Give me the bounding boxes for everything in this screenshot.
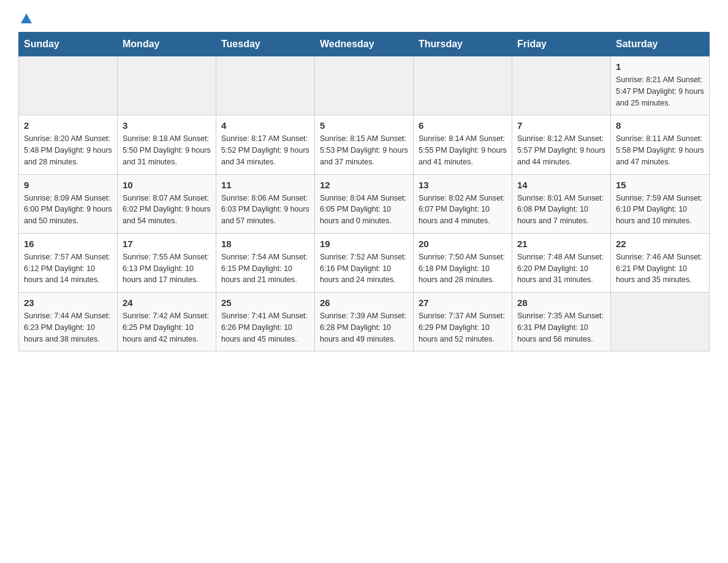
calendar-cell: 2Sunrise: 8:20 AM Sunset: 5:48 PM Daylig… <box>19 115 118 174</box>
calendar-cell <box>19 56 118 115</box>
day-number: 8 <box>616 120 704 131</box>
calendar-week-row: 16Sunrise: 7:57 AM Sunset: 6:12 PM Dayli… <box>19 233 710 292</box>
day-info: Sunrise: 8:06 AM Sunset: 6:03 PM Dayligh… <box>221 193 309 227</box>
calendar-cell: 15Sunrise: 7:59 AM Sunset: 6:10 PM Dayli… <box>611 174 710 233</box>
svg-marker-0 <box>21 13 32 23</box>
day-info: Sunrise: 7:57 AM Sunset: 6:12 PM Dayligh… <box>24 251 112 286</box>
day-number: 23 <box>24 297 112 308</box>
calendar-cell: 21Sunrise: 7:48 AM Sunset: 6:20 PM Dayli… <box>512 233 611 292</box>
day-info: Sunrise: 8:15 AM Sunset: 5:53 PM Dayligh… <box>320 133 408 167</box>
calendar-cell <box>118 56 216 115</box>
day-info: Sunrise: 7:55 AM Sunset: 6:13 PM Dayligh… <box>123 251 211 286</box>
day-header-tuesday: Tuesday <box>216 33 315 56</box>
logo-triangle-icon <box>20 12 33 26</box>
calendar-cell: 14Sunrise: 8:01 AM Sunset: 6:08 PM Dayli… <box>512 174 611 233</box>
calendar-cell: 1Sunrise: 8:21 AM Sunset: 5:47 PM Daylig… <box>611 56 710 115</box>
calendar-cell <box>315 56 414 115</box>
calendar-cell: 19Sunrise: 7:52 AM Sunset: 6:16 PM Dayli… <box>315 233 414 292</box>
day-number: 15 <box>616 180 704 190</box>
day-number: 25 <box>221 297 309 308</box>
day-number: 21 <box>517 239 605 249</box>
day-header-thursday: Thursday <box>414 33 512 56</box>
day-info: Sunrise: 7:39 AM Sunset: 6:28 PM Dayligh… <box>320 310 408 345</box>
logo <box>18 12 33 26</box>
day-info: Sunrise: 8:01 AM Sunset: 6:08 PM Dayligh… <box>517 193 605 227</box>
calendar-table: SundayMondayTuesdayWednesdayThursdayFrid… <box>18 32 710 351</box>
day-info: Sunrise: 8:07 AM Sunset: 6:02 PM Dayligh… <box>123 193 211 227</box>
day-info: Sunrise: 7:35 AM Sunset: 6:31 PM Dayligh… <box>517 310 605 345</box>
day-header-wednesday: Wednesday <box>315 33 414 56</box>
day-info: Sunrise: 7:59 AM Sunset: 6:10 PM Dayligh… <box>616 193 704 227</box>
calendar-header: SundayMondayTuesdayWednesdayThursdayFrid… <box>19 33 710 56</box>
calendar-week-row: 2Sunrise: 8:20 AM Sunset: 5:48 PM Daylig… <box>19 115 710 174</box>
day-info: Sunrise: 7:52 AM Sunset: 6:16 PM Dayligh… <box>320 251 408 286</box>
day-header-monday: Monday <box>118 33 216 56</box>
day-number: 26 <box>320 297 408 308</box>
day-number: 12 <box>320 180 408 190</box>
calendar-cell: 11Sunrise: 8:06 AM Sunset: 6:03 PM Dayli… <box>216 174 315 233</box>
day-info: Sunrise: 8:20 AM Sunset: 5:48 PM Dayligh… <box>24 133 112 167</box>
calendar-cell: 12Sunrise: 8:04 AM Sunset: 6:05 PM Dayli… <box>315 174 414 233</box>
calendar-cell: 8Sunrise: 8:11 AM Sunset: 5:58 PM Daylig… <box>611 115 710 174</box>
calendar-cell <box>216 56 315 115</box>
day-number: 3 <box>123 120 211 131</box>
day-number: 13 <box>419 180 507 190</box>
calendar-cell: 13Sunrise: 8:02 AM Sunset: 6:07 PM Dayli… <box>414 174 512 233</box>
day-info: Sunrise: 8:14 AM Sunset: 5:55 PM Dayligh… <box>419 133 507 167</box>
day-number: 14 <box>517 180 605 190</box>
calendar-cell <box>611 293 710 351</box>
calendar-header-row: SundayMondayTuesdayWednesdayThursdayFrid… <box>19 33 710 56</box>
day-info: Sunrise: 8:21 AM Sunset: 5:47 PM Dayligh… <box>616 74 704 109</box>
calendar-cell: 10Sunrise: 8:07 AM Sunset: 6:02 PM Dayli… <box>118 174 216 233</box>
day-number: 2 <box>24 120 112 131</box>
day-number: 5 <box>320 120 408 131</box>
day-info: Sunrise: 7:48 AM Sunset: 6:20 PM Dayligh… <box>517 251 605 286</box>
day-info: Sunrise: 7:46 AM Sunset: 6:21 PM Dayligh… <box>616 251 704 286</box>
day-header-sunday: Sunday <box>19 33 118 56</box>
calendar-cell: 22Sunrise: 7:46 AM Sunset: 6:21 PM Dayli… <box>611 233 710 292</box>
day-number: 11 <box>221 180 309 190</box>
calendar-cell: 20Sunrise: 7:50 AM Sunset: 6:18 PM Dayli… <box>414 233 512 292</box>
calendar-cell: 26Sunrise: 7:39 AM Sunset: 6:28 PM Dayli… <box>315 293 414 351</box>
calendar-cell: 25Sunrise: 7:41 AM Sunset: 6:26 PM Dayli… <box>216 293 315 351</box>
day-number: 17 <box>123 239 211 249</box>
calendar-cell: 27Sunrise: 7:37 AM Sunset: 6:29 PM Dayli… <box>414 293 512 351</box>
calendar-cell: 7Sunrise: 8:12 AM Sunset: 5:57 PM Daylig… <box>512 115 611 174</box>
day-number: 28 <box>517 297 605 308</box>
day-header-saturday: Saturday <box>611 33 710 56</box>
calendar-cell <box>512 56 611 115</box>
calendar-cell: 18Sunrise: 7:54 AM Sunset: 6:15 PM Dayli… <box>216 233 315 292</box>
day-info: Sunrise: 7:37 AM Sunset: 6:29 PM Dayligh… <box>419 310 507 345</box>
calendar-week-row: 23Sunrise: 7:44 AM Sunset: 6:23 PM Dayli… <box>19 293 710 351</box>
day-number: 9 <box>24 180 112 190</box>
day-info: Sunrise: 7:50 AM Sunset: 6:18 PM Dayligh… <box>419 251 507 286</box>
day-number: 7 <box>517 120 605 131</box>
day-number: 16 <box>24 239 112 249</box>
day-number: 1 <box>616 61 704 72</box>
calendar-week-row: 1Sunrise: 8:21 AM Sunset: 5:47 PM Daylig… <box>19 56 710 115</box>
calendar-cell: 24Sunrise: 7:42 AM Sunset: 6:25 PM Dayli… <box>118 293 216 351</box>
day-number: 4 <box>221 120 309 131</box>
calendar-cell: 28Sunrise: 7:35 AM Sunset: 6:31 PM Dayli… <box>512 293 611 351</box>
calendar-cell: 5Sunrise: 8:15 AM Sunset: 5:53 PM Daylig… <box>315 115 414 174</box>
calendar-cell: 3Sunrise: 8:18 AM Sunset: 5:50 PM Daylig… <box>118 115 216 174</box>
day-number: 19 <box>320 239 408 249</box>
calendar-body: 1Sunrise: 8:21 AM Sunset: 5:47 PM Daylig… <box>19 56 710 351</box>
calendar-cell: 9Sunrise: 8:09 AM Sunset: 6:00 PM Daylig… <box>19 174 118 233</box>
day-info: Sunrise: 8:12 AM Sunset: 5:57 PM Dayligh… <box>517 133 605 167</box>
day-info: Sunrise: 8:04 AM Sunset: 6:05 PM Dayligh… <box>320 193 408 227</box>
day-info: Sunrise: 7:41 AM Sunset: 6:26 PM Dayligh… <box>221 310 309 345</box>
day-number: 22 <box>616 239 704 249</box>
calendar-cell: 6Sunrise: 8:14 AM Sunset: 5:55 PM Daylig… <box>414 115 512 174</box>
day-number: 27 <box>419 297 507 308</box>
page-header <box>18 12 710 26</box>
day-info: Sunrise: 8:11 AM Sunset: 5:58 PM Dayligh… <box>616 133 704 167</box>
day-info: Sunrise: 8:02 AM Sunset: 6:07 PM Dayligh… <box>419 193 507 227</box>
day-number: 10 <box>123 180 211 190</box>
calendar-cell: 23Sunrise: 7:44 AM Sunset: 6:23 PM Dayli… <box>19 293 118 351</box>
day-info: Sunrise: 8:17 AM Sunset: 5:52 PM Dayligh… <box>221 133 309 167</box>
day-info: Sunrise: 7:54 AM Sunset: 6:15 PM Dayligh… <box>221 251 309 286</box>
day-number: 24 <box>123 297 211 308</box>
calendar-cell: 17Sunrise: 7:55 AM Sunset: 6:13 PM Dayli… <box>118 233 216 292</box>
day-info: Sunrise: 8:18 AM Sunset: 5:50 PM Dayligh… <box>123 133 211 167</box>
